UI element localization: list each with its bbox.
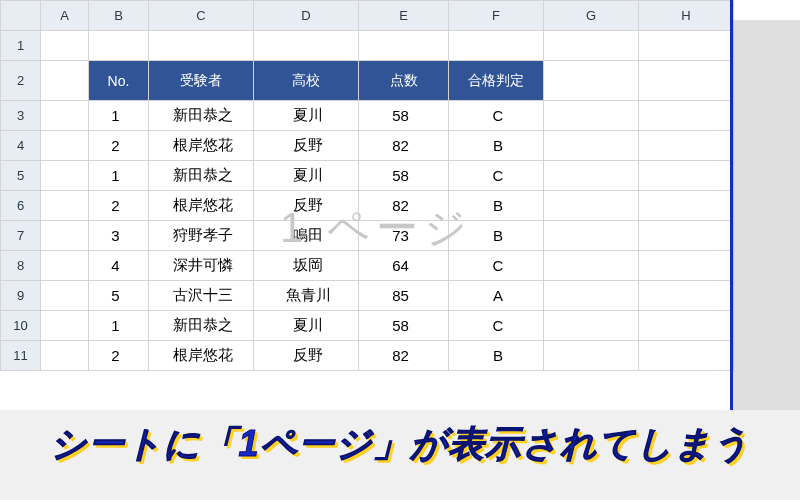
- cell-no[interactable]: 1: [89, 311, 149, 341]
- cell[interactable]: [41, 31, 89, 61]
- cell-score[interactable]: 58: [359, 101, 449, 131]
- row-header-10[interactable]: 10: [1, 311, 41, 341]
- cell[interactable]: [639, 161, 734, 191]
- cell-examinee[interactable]: 古沢十三: [149, 281, 254, 311]
- cell-examinee[interactable]: 根岸悠花: [149, 191, 254, 221]
- cell[interactable]: [544, 191, 639, 221]
- col-header-B[interactable]: B: [89, 1, 149, 31]
- cell-school[interactable]: 反野: [254, 341, 359, 371]
- col-header-E[interactable]: E: [359, 1, 449, 31]
- cell-result[interactable]: B: [449, 221, 544, 251]
- cell-school[interactable]: 夏川: [254, 161, 359, 191]
- row-header-9[interactable]: 9: [1, 281, 41, 311]
- cell-no[interactable]: 2: [89, 131, 149, 161]
- cell[interactable]: [41, 251, 89, 281]
- cell-no[interactable]: 4: [89, 251, 149, 281]
- select-all-corner[interactable]: [1, 1, 41, 31]
- row-header-7[interactable]: 7: [1, 221, 41, 251]
- cell-examinee[interactable]: 深井可憐: [149, 251, 254, 281]
- cell[interactable]: [544, 31, 639, 61]
- col-header-D[interactable]: D: [254, 1, 359, 31]
- row-header-6[interactable]: 6: [1, 191, 41, 221]
- cell-no[interactable]: 2: [89, 341, 149, 371]
- cell-score[interactable]: 85: [359, 281, 449, 311]
- row-header-4[interactable]: 4: [1, 131, 41, 161]
- cell[interactable]: [544, 131, 639, 161]
- cell-examinee[interactable]: 新田恭之: [149, 161, 254, 191]
- cell-result[interactable]: C: [449, 311, 544, 341]
- cell[interactable]: [639, 191, 734, 221]
- header-school[interactable]: 高校: [254, 61, 359, 101]
- cell-no[interactable]: 1: [89, 161, 149, 191]
- cell[interactable]: [544, 61, 639, 101]
- cell-result[interactable]: C: [449, 251, 544, 281]
- cell[interactable]: [359, 31, 449, 61]
- cell-school[interactable]: 夏川: [254, 101, 359, 131]
- header-result[interactable]: 合格判定: [449, 61, 544, 101]
- header-examinee[interactable]: 受験者: [149, 61, 254, 101]
- cell[interactable]: [544, 341, 639, 371]
- cell[interactable]: [41, 131, 89, 161]
- header-score[interactable]: 点数: [359, 61, 449, 101]
- cell-score[interactable]: 58: [359, 161, 449, 191]
- cell-no[interactable]: 5: [89, 281, 149, 311]
- cell[interactable]: [639, 221, 734, 251]
- cell[interactable]: [41, 61, 89, 101]
- row-header-1[interactable]: 1: [1, 31, 41, 61]
- spreadsheet-area[interactable]: A B C D E F G H 1 2 No. 受験者 高校 点数: [0, 0, 800, 410]
- cell[interactable]: [544, 161, 639, 191]
- cell[interactable]: [639, 131, 734, 161]
- cell[interactable]: [449, 31, 544, 61]
- cell-no[interactable]: 1: [89, 101, 149, 131]
- cell[interactable]: [41, 221, 89, 251]
- cell[interactable]: [544, 311, 639, 341]
- cell[interactable]: [639, 311, 734, 341]
- cell[interactable]: [639, 341, 734, 371]
- cell-school[interactable]: 夏川: [254, 311, 359, 341]
- col-header-F[interactable]: F: [449, 1, 544, 31]
- cell[interactable]: [254, 31, 359, 61]
- col-header-C[interactable]: C: [149, 1, 254, 31]
- cell-examinee[interactable]: 新田恭之: [149, 101, 254, 131]
- cell-school[interactable]: 反野: [254, 131, 359, 161]
- cell-result[interactable]: C: [449, 161, 544, 191]
- cell[interactable]: [639, 31, 734, 61]
- cell-result[interactable]: B: [449, 191, 544, 221]
- row-header-3[interactable]: 3: [1, 101, 41, 131]
- cell-score[interactable]: 82: [359, 131, 449, 161]
- cell[interactable]: [41, 161, 89, 191]
- cell[interactable]: [41, 281, 89, 311]
- cell[interactable]: [41, 191, 89, 221]
- cell[interactable]: [639, 251, 734, 281]
- cell[interactable]: [41, 311, 89, 341]
- cell-no[interactable]: 2: [89, 191, 149, 221]
- cell-no[interactable]: 3: [89, 221, 149, 251]
- cell[interactable]: [639, 281, 734, 311]
- row-header-5[interactable]: 5: [1, 161, 41, 191]
- cell[interactable]: [639, 101, 734, 131]
- cell-examinee[interactable]: 根岸悠花: [149, 341, 254, 371]
- cell-school[interactable]: 坂岡: [254, 251, 359, 281]
- cell[interactable]: [544, 221, 639, 251]
- cell[interactable]: [639, 61, 734, 101]
- cell-score[interactable]: 73: [359, 221, 449, 251]
- cell-score[interactable]: 82: [359, 341, 449, 371]
- row-header-2[interactable]: 2: [1, 61, 41, 101]
- cell[interactable]: [41, 101, 89, 131]
- cell-school[interactable]: 反野: [254, 191, 359, 221]
- cell-school[interactable]: 鳴田: [254, 221, 359, 251]
- cell-result[interactable]: B: [449, 341, 544, 371]
- cell-score[interactable]: 64: [359, 251, 449, 281]
- cell-result[interactable]: A: [449, 281, 544, 311]
- cell-score[interactable]: 82: [359, 191, 449, 221]
- cell-examinee[interactable]: 狩野孝子: [149, 221, 254, 251]
- col-header-A[interactable]: A: [41, 1, 89, 31]
- cell-examinee[interactable]: 根岸悠花: [149, 131, 254, 161]
- cell-score[interactable]: 58: [359, 311, 449, 341]
- cell[interactable]: [544, 101, 639, 131]
- cell[interactable]: [89, 31, 149, 61]
- row-header-8[interactable]: 8: [1, 251, 41, 281]
- cell-result[interactable]: C: [449, 101, 544, 131]
- header-no[interactable]: No.: [89, 61, 149, 101]
- cell[interactable]: [41, 341, 89, 371]
